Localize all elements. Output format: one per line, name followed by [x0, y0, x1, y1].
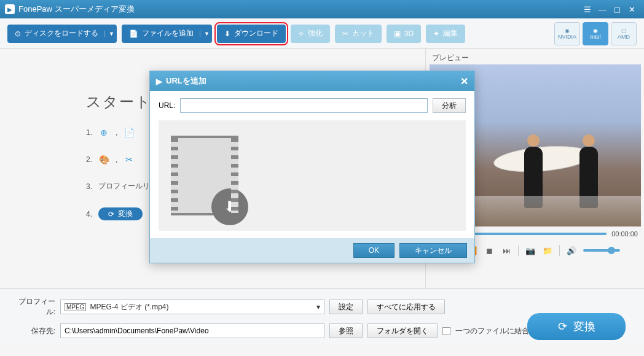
modal-illustration: ⬇ — [159, 120, 466, 231]
minimize-button[interactable]: — — [595, 3, 610, 15]
next-button[interactable]: ⏭ — [501, 246, 512, 255]
download-icon: ⬇ — [224, 29, 230, 38]
file-icon: 📄 — [129, 29, 138, 38]
titlebar: ▶ FonePaw スーパーメディア変換 ☰ — ◻ ✕ — [0, 0, 644, 18]
toolbar: ⊙ ディスクをロードする ▼ 📄 ファイルを追加 ▼ ⬇ ダウンロード ✧ 強化… — [0, 18, 644, 49]
load-disc-button[interactable]: ⊙ ディスクをロードする ▼ — [7, 25, 117, 43]
app-logo-icon: ▶ — [5, 4, 15, 14]
profile-label: プロフィール: — [12, 296, 55, 317]
enhance-icon: ✧ — [298, 29, 304, 38]
modal-header: ▶ URLを追加 ✕ — [150, 71, 474, 91]
gpu-intel[interactable]: ◉Intel — [583, 22, 608, 45]
browse-button[interactable]: 参照 — [329, 323, 363, 338]
threed-icon: ▣ — [394, 29, 401, 38]
mpeg-icon: MPEG — [65, 303, 86, 311]
preview-title: プレビュー — [430, 52, 640, 64]
apply-all-button[interactable]: すべてに応用する — [367, 300, 445, 314]
url-input[interactable] — [180, 98, 428, 113]
gpu-nvidia[interactable]: ◉NVIDIA — [554, 22, 580, 45]
chevron-down-icon: ▾ — [316, 303, 320, 311]
chevron-down-icon[interactable]: ▼ — [200, 31, 210, 37]
folder-button[interactable]: 📁 — [542, 246, 553, 255]
modal-footer: OK キャンセル — [150, 238, 474, 263]
scissors-icon: ✂ — [342, 29, 348, 38]
add-file-button[interactable]: 📄 ファイルを追加 ▼ — [122, 25, 212, 43]
gpu-amd[interactable]: ▢AMD — [611, 22, 637, 45]
profile-select[interactable]: MPEGMPEG-4 ビデオ (*.mp4) ▾ — [60, 300, 324, 314]
refresh-icon: ⟳ — [108, 210, 114, 219]
bottom-bar: プロフィール: MPEGMPEG-4 ビデオ (*.mp4) ▾ 設定 すべてに… — [0, 288, 644, 346]
stop-button[interactable]: ◼ — [484, 246, 495, 255]
merge-label: 一つのファイルに結合 — [455, 326, 529, 336]
volume-slider[interactable] — [583, 249, 620, 252]
modal-title: URLを追加 — [166, 75, 206, 87]
download-button[interactable]: ⬇ ダウンロード — [217, 25, 286, 43]
save-label: 保存先: — [12, 326, 55, 336]
ok-button[interactable]: OK — [353, 243, 395, 258]
volume-icon[interactable]: 🔊 — [566, 246, 577, 255]
palette-icon[interactable]: 🎨 — [98, 154, 109, 165]
modal-close-button[interactable]: ✕ — [460, 75, 468, 87]
gpu-badges: ◉NVIDIA ◉Intel ▢AMD — [554, 22, 637, 45]
menu-icon[interactable]: ☰ — [580, 3, 595, 15]
settings-button[interactable]: 設定 — [329, 300, 363, 314]
url-modal: ▶ URLを追加 ✕ URL: 分析 ⬇ OK キャンセル — [149, 71, 475, 263]
disc-icon: ⊙ — [15, 29, 21, 38]
maximize-button[interactable]: ◻ — [610, 3, 624, 15]
amd-icon: ▢ — [621, 28, 627, 34]
snapshot-button[interactable]: 📷 — [525, 246, 536, 255]
convert-button[interactable]: ⟳ 変換 — [527, 313, 626, 340]
file-add-icon[interactable]: 📄 — [124, 127, 135, 138]
edit-icon: ✦ — [433, 29, 439, 38]
add-icon[interactable]: ⊕ — [98, 127, 109, 138]
convert-pill[interactable]: ⟳ 変換 — [98, 207, 143, 220]
refresh-icon: ⟳ — [558, 320, 567, 333]
save-path-input[interactable] — [60, 323, 324, 338]
download-arrow-icon: ⬇ — [211, 188, 248, 225]
play-icon: ▶ — [156, 77, 162, 86]
app-title: FonePaw スーパーメディア変換 — [18, 4, 135, 15]
threed-button[interactable]: ▣ 3D — [387, 25, 421, 43]
film-icon: ⬇ — [171, 136, 238, 215]
intel-icon: ◉ — [593, 28, 598, 34]
url-label: URL: — [159, 101, 175, 110]
cut-button[interactable]: ✂ カット — [335, 25, 382, 43]
open-folder-button[interactable]: フォルダを開く — [367, 323, 438, 338]
close-button[interactable]: ✕ — [624, 3, 639, 15]
scissors-icon[interactable]: ✂ — [124, 154, 135, 165]
enhance-button[interactable]: ✧ 強化 — [291, 25, 330, 43]
nvidia-icon: ◉ — [565, 28, 570, 34]
chevron-down-icon[interactable]: ▼ — [104, 31, 114, 37]
cancel-button[interactable]: キャンセル — [399, 243, 467, 258]
analyze-button[interactable]: 分析 — [433, 98, 466, 113]
time-display: 00:00:00 — [611, 230, 638, 238]
edit-button[interactable]: ✦ 編集 — [426, 25, 465, 43]
merge-checkbox[interactable] — [442, 327, 450, 335]
